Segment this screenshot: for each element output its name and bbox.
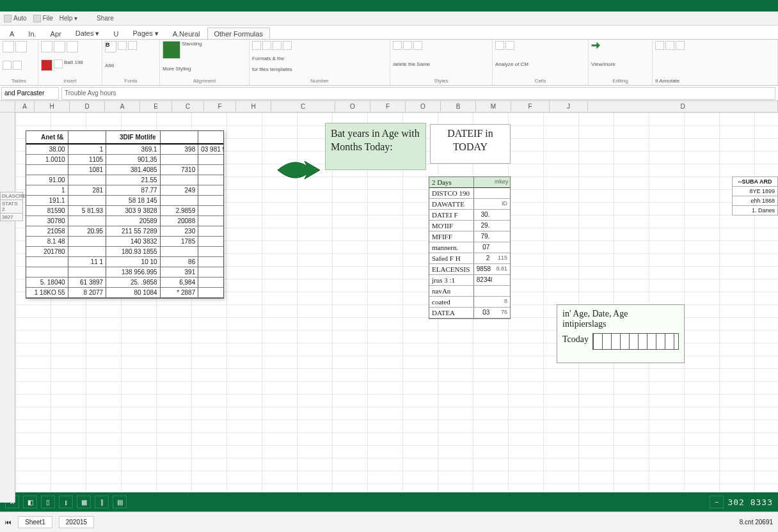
statusbar-button[interactable]: ◧ — [23, 496, 37, 508]
cell[interactable]: 8YE 1899 — [732, 186, 778, 196]
cell[interactable]: --SUBA ARD — [732, 176, 778, 187]
cell[interactable]: DATEI F — [429, 210, 473, 220]
cell[interactable]: 201780 — [26, 247, 68, 256]
cell[interactable] — [492, 210, 510, 220]
fill-color-icon[interactable] — [41, 59, 52, 71]
cell[interactable] — [473, 188, 493, 198]
cell[interactable]: 79. — [473, 231, 493, 242]
cell[interactable]: 25. .9858 — [106, 278, 159, 287]
cell[interactable]: 61 3897 — [68, 278, 106, 287]
cell[interactable] — [160, 175, 198, 185]
ribbon-button[interactable] — [15, 41, 27, 52]
cell[interactable]: 7310 — [160, 165, 198, 175]
ribbon-button[interactable] — [655, 41, 664, 50]
column-header[interactable]: J — [550, 101, 588, 112]
ribbon-button[interactable] — [54, 59, 63, 68]
cell[interactable]: MO'IIF — [429, 221, 473, 231]
cell[interactable]: 20088 — [160, 216, 198, 226]
table-row[interactable]: 2105820.95211 55 7289230 — [26, 226, 223, 237]
qat-item[interactable]: Share — [97, 15, 114, 22]
cell[interactable]: mannern. — [429, 242, 473, 253]
cell[interactable]: 303 9 3828 — [106, 206, 159, 215]
cell[interactable]: 1 — [68, 145, 106, 154]
ribbon-button[interactable] — [495, 41, 504, 50]
column-header[interactable]: O — [335, 101, 370, 112]
table-row[interactable]: 1081381.40857310 — [26, 165, 223, 175]
cell[interactable] — [68, 247, 106, 256]
cell[interactable]: 2.9859 — [160, 206, 198, 215]
cell[interactable]: 29. — [473, 221, 493, 231]
cell[interactable]: ID — [492, 199, 510, 209]
cell[interactable]: 80 1084 — [106, 288, 159, 297]
cell[interactable] — [160, 155, 198, 164]
column-header[interactable]: E — [140, 101, 172, 112]
cell[interactable]: 3827 — [0, 213, 23, 221]
column-header[interactable]: A — [15, 101, 35, 112]
zoom-out-icon[interactable]: − — [710, 496, 724, 508]
table-row[interactable]: ELACENSIS98588.81 — [429, 264, 510, 275]
column-header[interactable]: M — [476, 101, 511, 112]
cell[interactable]: 180.93 1855 — [106, 247, 159, 256]
tab[interactable]: U — [107, 27, 126, 39]
ribbon-button[interactable] — [67, 41, 78, 52]
cell[interactable] — [492, 242, 510, 253]
tab[interactable]: A.Neural — [166, 27, 207, 39]
tab[interactable]: Dates ▾ — [68, 27, 107, 39]
cell[interactable]: DAWATTE — [429, 199, 473, 209]
cell[interactable]: * 2887 — [160, 288, 198, 297]
cell[interactable]: 03 981 90 — [198, 145, 223, 154]
cell[interactable]: 81590 — [26, 206, 68, 215]
statusbar-button[interactable]: ▤ — [113, 496, 127, 508]
column-header[interactable]: C — [172, 101, 204, 112]
qat-item[interactable]: Help ▾ — [60, 15, 77, 22]
tab[interactable]: Other Formulas — [207, 27, 270, 39]
cell[interactable]: 21.55 — [106, 175, 159, 185]
cell[interactable] — [198, 267, 223, 277]
select-all-corner[interactable] — [0, 101, 15, 112]
table-row[interactable]: Safed F H2115 — [429, 253, 510, 264]
column-header[interactable]: F — [511, 101, 550, 112]
name-box[interactable] — [1, 87, 59, 100]
ribbon-button[interactable] — [273, 41, 282, 50]
cell[interactable]: 901.35 — [106, 155, 159, 164]
cell[interactable] — [198, 257, 223, 267]
cell[interactable]: 8 2077 — [68, 288, 106, 297]
ribbon-button[interactable] — [54, 41, 65, 52]
cell[interactable]: 5. 18040 — [26, 278, 68, 287]
tab[interactable]: A — [3, 27, 21, 39]
ribbon-button[interactable] — [128, 41, 137, 50]
cell[interactable]: MFIFF — [429, 231, 473, 242]
cell[interactable] — [198, 165, 223, 175]
table-row[interactable]: DATEI F30. — [429, 210, 510, 221]
cell[interactable]: 1 — [26, 185, 68, 195]
cell[interactable]: 58 18 145 — [106, 196, 159, 205]
cell[interactable]: 2 — [473, 253, 493, 263]
qat-item[interactable]: Auto — [4, 15, 27, 22]
ribbon-button[interactable] — [505, 41, 514, 50]
table-row[interactable]: 38.001369.139803 981 90 — [26, 145, 223, 155]
column-header[interactable]: H — [236, 101, 271, 112]
cell[interactable]: ELACENSIS — [429, 264, 473, 274]
table-row[interactable]: coated8 — [429, 297, 510, 308]
table-row[interactable]: DATEA0376 — [429, 308, 510, 318]
cell[interactable]: 6,984 — [160, 278, 198, 287]
table-row[interactable]: 5. 1804061 389725. .98586,984 — [26, 278, 223, 288]
column-header[interactable]: O — [406, 101, 441, 112]
cell[interactable] — [198, 226, 223, 236]
cell[interactable] — [68, 267, 106, 277]
cell[interactable] — [492, 188, 510, 198]
cell[interactable]: 140 3832 — [106, 237, 159, 246]
cell[interactable] — [198, 185, 223, 195]
ribbon-button[interactable] — [262, 41, 271, 50]
cell[interactable]: 07 — [473, 242, 493, 253]
table-row[interactable]: 138 956.995391 — [26, 267, 223, 278]
ribbon-button[interactable] — [252, 41, 261, 50]
cell[interactable]: 369.1 — [106, 145, 159, 154]
tab[interactable]: Pages ▾ — [125, 27, 165, 39]
cell[interactable]: 1 18KO 55 — [26, 288, 68, 297]
cell[interactable]: 20.95 — [68, 226, 106, 236]
cell[interactable]: 30. — [473, 210, 493, 220]
cell[interactable]: coated — [429, 297, 473, 307]
cell[interactable]: 211 55 7289 — [106, 226, 159, 236]
cell[interactable]: Safed F H — [429, 253, 473, 263]
